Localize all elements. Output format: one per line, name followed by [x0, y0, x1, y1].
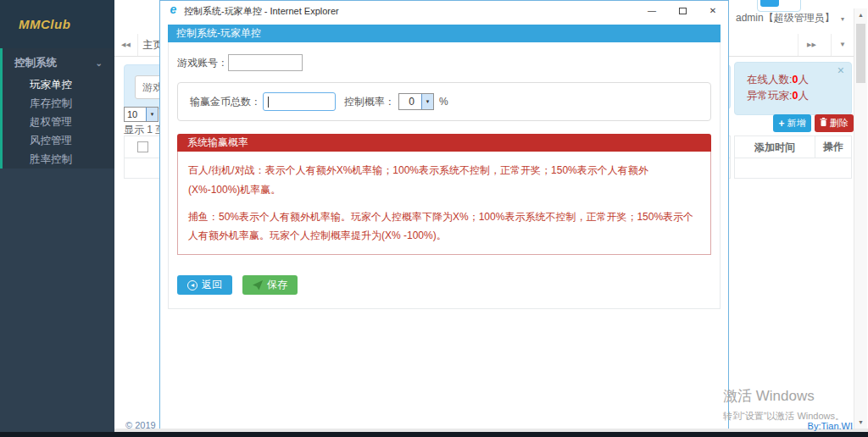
vertical-scrollbar[interactable]: ▲ ▼ [854, 8, 867, 429]
sidebar-item-risk-control[interactable]: 风控管理 [3, 131, 114, 150]
caret-down-icon: ▾ [841, 15, 844, 23]
online-count-unit: 人 [798, 74, 809, 86]
credit-text: By:Tian.WI [787, 421, 853, 431]
form-actions: ◂ 返回 保存 [177, 275, 711, 295]
back-button[interactable]: ◂ 返回 [177, 275, 232, 295]
column-header-add-time: 添加时间 [735, 136, 815, 158]
popup-window: e 控制系统-玩家单控 - Internet Explorer — ✕ 控制系统… [159, 0, 729, 429]
sidebar-section-label: 控制系统 [14, 56, 57, 70]
close-icon: ✕ [709, 6, 716, 15]
percent-sign: % [439, 96, 448, 108]
close-button[interactable]: ✕ [698, 1, 728, 20]
partial-hidden-chip [760, 0, 779, 7]
tabs-dropdown-button[interactable]: ▼ [831, 34, 854, 56]
abnormal-player-unit: 人 [798, 90, 809, 102]
coins-label: 输赢金币总数： [190, 95, 261, 109]
abnormal-player-label: 异常玩家: [747, 90, 792, 102]
paper-plane-icon [253, 280, 263, 290]
account-input[interactable] [228, 54, 303, 71]
tabs-scroll-right-button[interactable]: ▶▶ [798, 34, 825, 56]
save-button-label: 保存 [267, 278, 287, 292]
maximize-icon [679, 8, 687, 14]
coins-probability-box: 输赢金币总数： 控制概率： 0 ▾ % [177, 82, 711, 121]
trash-icon [820, 118, 827, 129]
system-probability-alert: 系统输赢概率 百人/街机/对战：表示个人有额外X%机率输；100%表示系统不控制… [177, 134, 711, 255]
chevron-down-icon: ⌄ [96, 58, 103, 68]
internet-explorer-icon: e [167, 3, 180, 16]
sidebar-item-player-control[interactable]: 玩家单控 [3, 75, 114, 94]
watermark-line-1: 激活 Windows [723, 386, 844, 406]
online-status-panel: × 在线人数:0人 异常玩家:0人 [734, 62, 852, 115]
online-count-line: 在线人数:0人 [747, 73, 809, 87]
sidebar-item-control-system[interactable]: 控制系统 ⌄ [3, 48, 114, 75]
add-button-label: 新增 [787, 117, 806, 130]
window-title: 控制系统-玩家单控 - Internet Explorer [184, 5, 339, 18]
tabs-scroll-left-button[interactable]: ◀◀ [114, 34, 138, 56]
probability-value: 0 [399, 94, 421, 109]
delete-button-label: 删除 [830, 117, 849, 130]
window-controls: — ✕ [637, 1, 728, 20]
minimize-icon: — [648, 6, 656, 15]
sidebar-item-winrate-control[interactable]: 胜率控制 [3, 150, 114, 169]
account-row: 游戏账号： [177, 54, 711, 71]
maximize-button[interactable] [667, 1, 698, 20]
forward-arrows-icon: ▶▶ [807, 41, 816, 47]
delete-button[interactable]: 删除 [815, 114, 854, 132]
select-all-checkbox[interactable] [137, 141, 148, 152]
window-titlebar: e 控制系统-玩家单控 - Internet Explorer — ✕ [160, 1, 728, 20]
windows-activation-watermark: 激活 Windows 转到“设置”以激活 Windows。 [723, 386, 844, 423]
online-count-label: 在线人数: [747, 74, 792, 86]
back-button-label: 返回 [202, 278, 222, 292]
alert-title: 系统输赢概率 [177, 134, 711, 152]
text-caret [268, 97, 269, 108]
sidebar-item-super-auth[interactable]: 超权管理 [3, 113, 114, 131]
back-arrows-icon: ◀◀ [121, 41, 131, 47]
coins-input[interactable] [263, 92, 336, 111]
screen-bottom-edge [0, 432, 868, 437]
table-header-row: 添加时间 操作 [734, 136, 852, 158]
data-table-right: 添加时间 操作 [734, 136, 852, 179]
table-row [734, 158, 852, 179]
minimize-button[interactable]: — [637, 1, 667, 20]
abnormal-player-line: 异常玩家:0人 [747, 89, 809, 103]
add-button[interactable]: + 新增 [773, 114, 811, 132]
select-arrow-icon[interactable]: ▾ [146, 108, 158, 121]
admin-label: admin【超级管理员】 [736, 12, 835, 24]
scrollbar-thumb[interactable] [856, 24, 865, 83]
save-button[interactable]: 保存 [242, 275, 298, 295]
logo-area: MMClub [0, 0, 114, 48]
alert-body: 百人/街机/对战：表示个人有额外X%机率输；100%表示系统不控制，正常开奖；1… [177, 152, 711, 255]
sidebar-item-inventory-control[interactable]: 库存控制 [3, 94, 114, 113]
dropdown-arrow-icon: ▼ [839, 41, 846, 48]
plus-icon: + [778, 118, 784, 130]
probability-label: 控制概率： [344, 95, 395, 109]
screen: MMClub 控制系统 ⌄ 玩家单控 库存控制 超权管理 风控管理 胜率控制 a… [0, 0, 868, 437]
alert-paragraph-1: 百人/街机/对战：表示个人有额外X%机率输；100%表示系统不控制，正常开奖；1… [188, 161, 700, 200]
sidebar-section-control-system: 控制系统 ⌄ 玩家单控 库存控制 超权管理 风控管理 胜率控制 [0, 48, 114, 169]
column-header-action: 操作 [815, 140, 851, 154]
scroll-up-icon[interactable]: ▲ [854, 8, 867, 22]
page-size-value: 10 [125, 108, 146, 121]
alert-paragraph-2: 捕鱼：50%表示个人有额外机率输。玩家个人控概率下降为X%；100%表示系统不控… [188, 207, 700, 246]
select-arrow-icon[interactable]: ▾ [421, 94, 433, 109]
page-size-select[interactable]: 10 ▾ [124, 107, 159, 122]
account-label: 游戏账号： [177, 56, 228, 70]
form-panel: 游戏账号： 输赢金币总数： 控制概率： 0 ▾ % 系统输赢概率 百人/街机/对… [168, 42, 721, 309]
app-logo: MMClub [19, 17, 70, 31]
close-icon[interactable]: × [837, 64, 844, 77]
page-title: 控制系统-玩家单控 [168, 25, 721, 42]
probability-select[interactable]: 0 ▾ [398, 93, 434, 110]
sidebar: MMClub 控制系统 ⌄ 玩家单控 库存控制 超权管理 风控管理 胜率控制 [0, 0, 114, 433]
back-circle-icon: ◂ [187, 280, 198, 290]
scroll-down-icon[interactable]: ▼ [854, 416, 867, 429]
